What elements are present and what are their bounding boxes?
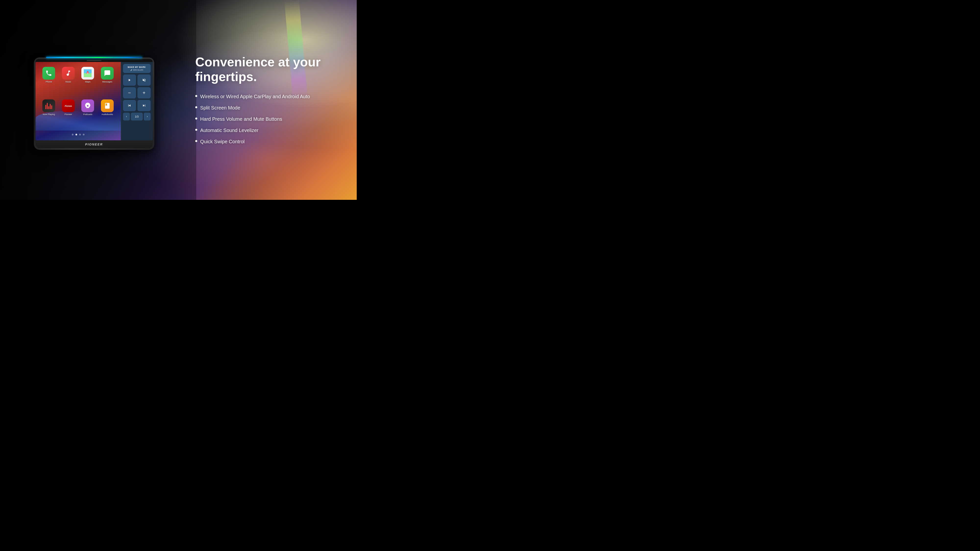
feature-item-3: Automatic Sound Levelizer xyxy=(195,127,342,134)
page-total: 3 xyxy=(137,115,139,118)
dot-3[interactable] xyxy=(79,134,81,135)
maps-icon-bg xyxy=(81,67,94,79)
device-wrapper: Phone Music xyxy=(34,57,154,149)
podcasts-icon-bg xyxy=(81,99,94,112)
messages-label: Messages xyxy=(102,81,112,83)
device-bottom-bar: Pioneer xyxy=(35,140,153,148)
speaker-grille xyxy=(87,60,102,61)
minus-icon: − xyxy=(128,90,131,96)
pencil-icon xyxy=(130,69,132,71)
led-strip xyxy=(46,57,142,58)
bullet-dot-0 xyxy=(195,95,197,97)
skip-row xyxy=(123,100,151,111)
audiobooks-icon-bg xyxy=(101,99,114,112)
volume-down-button[interactable]: − xyxy=(123,87,136,98)
feature-text-2: Hard Press Volume and Mute Buttons xyxy=(200,116,282,122)
app-podcasts[interactable]: Podcasts xyxy=(81,99,94,116)
page-indicator-row: 1/3 xyxy=(123,113,151,121)
feature-text-0: Wireless or Wired Apple CarPlay and Andr… xyxy=(200,93,310,100)
dot-2[interactable] xyxy=(75,134,77,135)
messages-icon-bg xyxy=(101,67,114,79)
page-prev-button[interactable] xyxy=(123,113,130,121)
mute-button[interactable] xyxy=(137,75,151,86)
feature-item-2: Hard Press Volume and Mute Buttons xyxy=(195,116,342,122)
page-indicator: 1/3 xyxy=(131,113,143,121)
music-icon-bg xyxy=(62,67,75,79)
app-row-1: Phone Music xyxy=(39,67,117,83)
play-mute-row xyxy=(123,75,151,86)
volume-up-button[interactable]: + xyxy=(137,87,151,98)
skip-back-button[interactable] xyxy=(123,100,136,111)
headline: Convenience at your fingertips. xyxy=(195,55,342,84)
feature-item-4: Quick Swipe Control xyxy=(195,138,342,145)
app-grid-area: Phone Music xyxy=(35,62,121,140)
music-label: Music xyxy=(65,81,71,83)
pioneer-brand-logo: Pioneer xyxy=(85,143,103,146)
carplay-home: Phone Music xyxy=(35,62,153,140)
feature-text-3: Automatic Sound Levelizer xyxy=(200,127,258,134)
device-top-bar xyxy=(35,59,153,62)
app-pioneer[interactable]: Pioneer Pioneer xyxy=(62,99,75,116)
plus-icon: + xyxy=(143,90,146,96)
phone-label: Phone xyxy=(46,81,52,83)
play-button[interactable] xyxy=(123,75,136,86)
control-panel: MAKE MY MARK DAN ALLEN xyxy=(121,62,153,140)
nowplaying-icon-bg xyxy=(42,99,55,112)
now-playing-artist-row: DAN ALLEN xyxy=(126,69,148,71)
text-section: Convenience at your fingertips. Wireless… xyxy=(186,45,357,155)
now-playing-artist-name: DAN ALLEN xyxy=(133,69,143,71)
svg-text:Pioneer: Pioneer xyxy=(65,105,72,107)
app-maps[interactable]: Maps xyxy=(81,67,94,83)
pioneer-app-label: Pioneer xyxy=(64,113,72,116)
now-playing-song: MAKE MY MARK xyxy=(126,66,148,68)
pioneer-icon-bg: Pioneer xyxy=(62,99,75,112)
now-playing-card: MAKE MY MARK DAN ALLEN xyxy=(123,64,151,73)
volume-row: − + xyxy=(123,87,151,98)
podcasts-label: Podcasts xyxy=(83,113,92,116)
app-nowplaying[interactable]: Now Playing xyxy=(42,99,55,116)
feature-text-1: Split Screen Mode xyxy=(200,104,240,111)
pagination-dots xyxy=(39,132,117,137)
maps-label: Maps xyxy=(85,81,91,83)
app-phone[interactable]: Phone xyxy=(42,67,55,83)
feature-item-0: Wireless or Wired Apple CarPlay and Andr… xyxy=(195,93,342,100)
feature-text-4: Quick Swipe Control xyxy=(200,138,245,145)
device-shell: Phone Music xyxy=(34,57,154,149)
bullet-dot-2 xyxy=(195,118,197,119)
svg-point-5 xyxy=(87,73,88,74)
app-audiobooks[interactable]: Audiobooks xyxy=(101,99,114,116)
app-messages[interactable]: Messages xyxy=(101,67,114,83)
bullet-dot-1 xyxy=(195,106,197,108)
device-screen: Phone Music xyxy=(35,62,153,140)
nowplaying-label: Now Playing xyxy=(43,113,55,116)
page-next-button[interactable] xyxy=(144,113,151,121)
skip-forward-button[interactable] xyxy=(137,100,151,111)
dot-1[interactable] xyxy=(72,134,73,135)
audiobooks-label: Audiobooks xyxy=(102,113,113,116)
dot-4[interactable] xyxy=(83,134,84,135)
bullet-dot-3 xyxy=(195,129,197,131)
feature-item-1: Split Screen Mode xyxy=(195,104,342,111)
phone-icon-bg xyxy=(42,67,55,79)
features-list: Wireless or Wired Apple CarPlay and Andr… xyxy=(195,93,342,145)
device-section: Phone Music xyxy=(0,0,186,200)
app-row-2: Now Playing Pioneer Pioneer xyxy=(39,99,117,116)
bullet-dot-4 xyxy=(195,140,197,142)
app-music[interactable]: Music xyxy=(62,67,75,83)
